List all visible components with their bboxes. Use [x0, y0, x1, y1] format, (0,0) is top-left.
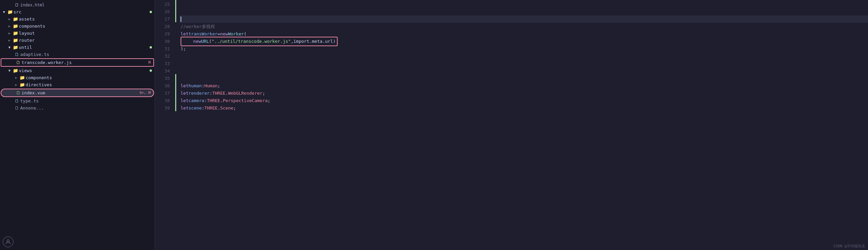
- file-icon-annone: 🗋: [13, 105, 20, 111]
- punc-comma-30: ,: [291, 38, 293, 45]
- text-cursor: [181, 17, 181, 22]
- folder-label-src: src: [13, 9, 150, 14]
- punc-colon-36: :: [202, 82, 205, 90]
- type-PerspectiveCamera: PerspectiveCamera: [223, 97, 268, 104]
- line-num-25: 25: [155, 1, 170, 8]
- code-line-34: [179, 67, 868, 75]
- line-num-37: 37: [155, 90, 170, 97]
- folder-label-vcomp: components: [26, 75, 155, 80]
- type-THREE-39: THREE: [204, 104, 217, 112]
- fn-URL: URL: [201, 38, 209, 45]
- file-icon-adaptive: 🗋: [13, 52, 20, 57]
- folder-icon-views: 📁: [12, 68, 19, 73]
- type-THREE-37: THREE: [212, 90, 225, 97]
- line-num-36: 36: [155, 82, 170, 90]
- folder-icon-dir: 📁: [19, 82, 26, 87]
- folder-icon-components: 📁: [12, 24, 19, 29]
- file-icon-type-ts: 🗋: [13, 98, 20, 103]
- punc-semi-31: );: [181, 45, 186, 53]
- tree-item-annone[interactable]: 🗋 Annone...: [0, 104, 155, 112]
- code-line-39: let scene : THREE . Scene ;: [179, 104, 868, 112]
- var-scene: scene: [188, 104, 202, 112]
- var-camera: camera: [188, 97, 204, 104]
- tree-item-router[interactable]: ▶ 📁 router: [0, 37, 155, 44]
- arrow-down-until: ▼: [7, 45, 12, 49]
- file-tree: 🗋 index.html ▼ 📁 src ▶ 📁 assets ▶ 📁 comp…: [0, 0, 155, 250]
- file-label-index-vue: index.vue: [22, 90, 140, 95]
- tree-item-directives[interactable]: ▶ 📁 directives: [0, 81, 155, 88]
- file-label: index.html: [20, 3, 155, 7]
- line-num-34: 34: [155, 67, 170, 75]
- line-num-32: 32: [155, 53, 170, 60]
- var-import: import: [293, 38, 309, 45]
- indent-30: [183, 38, 193, 45]
- tree-item-layout[interactable]: ▶ 📁 layout: [0, 30, 155, 37]
- code-line-37: let renderer : THREE . WebGLRenderer ;: [179, 90, 868, 97]
- arrow-right: ▶: [7, 38, 12, 42]
- tree-item-transcode-worker[interactable]: 🗋 transcode.worker.js M: [1, 58, 154, 67]
- line-num-30: 30: [155, 38, 170, 45]
- var-url: url: [325, 38, 333, 45]
- tree-item-assets[interactable]: ▶ 📁 assets: [0, 15, 155, 23]
- code-line-36: let human : Human ;: [179, 82, 868, 90]
- punc-open-30: (: [209, 38, 212, 45]
- punc-dot2: .: [322, 38, 325, 45]
- punc-semi-38: ;: [268, 97, 270, 104]
- punc-semi-36: ;: [218, 82, 220, 90]
- folder-icon-until: 📁: [12, 45, 19, 50]
- editor-gutter-bar: [310, 0, 311, 250]
- type-WebGLRenderer: WebGLRenderer: [228, 90, 262, 97]
- tree-item-views-components[interactable]: ▶ 📁 components: [0, 74, 155, 81]
- line-num-33: 33: [155, 60, 170, 67]
- file-label-annone: Annone...: [20, 105, 155, 111]
- var-renderer: renderer: [188, 90, 210, 97]
- svg-point-0: [7, 240, 9, 242]
- sidebar: 🗋 index.html ▼ 📁 src ▶ 📁 assets ▶ 📁 comp…: [0, 0, 155, 250]
- line-num-27: 27: [155, 15, 170, 23]
- arrow-right: ▶: [7, 17, 12, 21]
- kw-let-36: let: [181, 82, 188, 90]
- line-num-39: 39: [155, 104, 170, 112]
- kw-let-37: let: [181, 90, 188, 97]
- code-line-32: [179, 53, 868, 60]
- tree-item-adaptive-ts[interactable]: 🗋 adaptive.ts: [0, 51, 155, 58]
- punc-semi-37: ;: [262, 90, 265, 97]
- kw-let-39: let: [181, 104, 188, 112]
- tree-item-until[interactable]: ▼ 📁 until: [0, 44, 155, 51]
- folder-icon-src: 📁: [7, 9, 13, 14]
- tree-item-components[interactable]: ▶ 📁 components: [0, 23, 155, 30]
- folder-label-dir: directives: [26, 82, 155, 87]
- tree-item-src[interactable]: ▼ 📁 src: [0, 8, 155, 15]
- folder-label-router: router: [19, 38, 155, 43]
- comment-token: //worker多线程: [181, 23, 215, 30]
- arrow-down: ▼: [1, 10, 7, 14]
- file-icon-index-vue: 🗋: [15, 90, 22, 95]
- folder-label-views: views: [19, 68, 150, 73]
- arrow-right: ▶: [7, 24, 12, 28]
- punc-colon-38: :: [204, 97, 207, 104]
- tree-item-type-ts[interactable]: 🗋 type.ts: [0, 97, 155, 104]
- type-Scene: Scene: [220, 104, 233, 112]
- file-icon-transcode: 🗋: [15, 60, 22, 65]
- badge-transcode: M: [148, 60, 151, 65]
- modified-dot-until: [150, 46, 152, 49]
- file-label-adaptive: adaptive.ts: [20, 52, 155, 57]
- punc-colon-39: :: [202, 104, 205, 112]
- code-content[interactable]: //worker多线程 let transWorker = new Worker…: [175, 0, 868, 250]
- folder-icon-vcomp: 📁: [19, 75, 26, 80]
- punc-semi-39: ;: [234, 104, 236, 112]
- editor-content: 25 26 27 28 29 30 31 32 33 34 35 36 37 3…: [155, 0, 868, 250]
- tree-item-index-vue[interactable]: 🗋 index.vue 9+, M: [1, 89, 154, 97]
- folder-label-layout: layout: [19, 31, 155, 36]
- file-label-transcode: transcode.worker.js: [22, 60, 148, 65]
- tree-item-index-html[interactable]: 🗋 index.html: [0, 1, 155, 8]
- code-line-31: );: [179, 45, 868, 53]
- line-num-35: 35: [155, 75, 170, 82]
- line-num-31: 31: [155, 45, 170, 53]
- user-avatar[interactable]: [3, 237, 13, 247]
- arrow-down-views: ▼: [7, 69, 12, 72]
- arrow-right-dir: ▶: [13, 83, 19, 87]
- highlight-box-line30: new URL ( "../until/transcode.worker.js"…: [181, 37, 338, 46]
- line-num-38: 38: [155, 97, 170, 104]
- tree-item-views[interactable]: ▼ 📁 views: [0, 67, 155, 74]
